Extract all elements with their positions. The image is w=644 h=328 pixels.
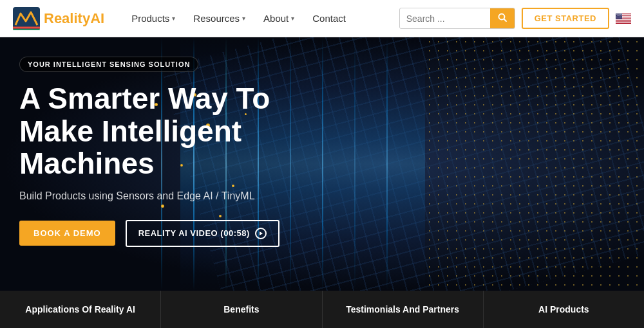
hero-buttons: BOOK A DEMO REALITY AI VIDEO (00:58) xyxy=(19,220,279,247)
svg-line-4 xyxy=(504,19,506,22)
nav-links: Products ▾ Resources ▾ About ▾ Contact xyxy=(124,8,399,29)
logo-icon xyxy=(13,7,40,30)
nav-item-products[interactable]: Products ▾ xyxy=(124,8,183,29)
hero-section: YOUR INTELLIGENT SENSING SOLUTION A Smar… xyxy=(0,37,644,291)
chevron-down-icon: ▾ xyxy=(242,15,245,22)
us-flag-icon[interactable]: ★★★★★ ★★★★ ★★★★★ xyxy=(616,14,631,24)
nav-item-contact[interactable]: Contact xyxy=(305,8,354,29)
hero-badge: YOUR INTELLIGENT SENSING SOLUTION xyxy=(19,57,198,72)
nav-right: GET STARTED ★★★★★ ★★★★ ★★★★★ xyxy=(399,8,631,29)
chip-dots xyxy=(425,37,644,291)
bottom-item-testimonials[interactable]: Testimonials And Partners xyxy=(323,291,484,328)
search-button[interactable] xyxy=(490,8,515,28)
svg-rect-11 xyxy=(616,22,631,23)
logo-text: RealityAI xyxy=(44,10,104,27)
chevron-down-icon: ▾ xyxy=(172,15,175,22)
svg-marker-27 xyxy=(260,232,263,235)
nav-item-about[interactable]: About ▾ xyxy=(256,8,302,29)
bottom-item-ai-products[interactable]: AI Products xyxy=(484,291,644,328)
get-started-button[interactable]: GET STARTED xyxy=(522,8,609,29)
bottom-item-benefits[interactable]: Benefits xyxy=(161,291,322,328)
hero-content: YOUR INTELLIGENT SENSING SOLUTION A Smar… xyxy=(19,57,279,247)
book-demo-button[interactable]: BOOK A DEMO xyxy=(19,221,115,246)
hero-title: A Smarter Way To Make Intelligent Machin… xyxy=(19,82,279,180)
nav-item-resources[interactable]: Resources ▾ xyxy=(185,8,253,29)
logo[interactable]: RealityAI xyxy=(13,7,104,30)
play-icon xyxy=(255,228,267,239)
bottom-bar: Applications Of Reality AI Benefits Test… xyxy=(0,291,644,328)
chevron-down-icon: ▾ xyxy=(291,15,294,22)
search-form xyxy=(399,8,515,29)
play-triangle xyxy=(258,231,263,236)
video-button[interactable]: REALITY AI VIDEO (00:58) xyxy=(126,220,279,247)
search-icon xyxy=(498,13,507,22)
svg-rect-9 xyxy=(616,19,631,19)
bottom-item-applications[interactable]: Applications Of Reality AI xyxy=(0,291,161,328)
video-label: REALITY AI VIDEO (00:58) xyxy=(138,228,250,238)
navbar: RealityAI Products ▾ Resources ▾ About ▾… xyxy=(0,0,644,37)
svg-rect-10 xyxy=(616,21,631,21)
search-input[interactable] xyxy=(400,10,490,28)
hero-subtitle: Build Products using Sensors and Edge AI… xyxy=(19,190,279,202)
